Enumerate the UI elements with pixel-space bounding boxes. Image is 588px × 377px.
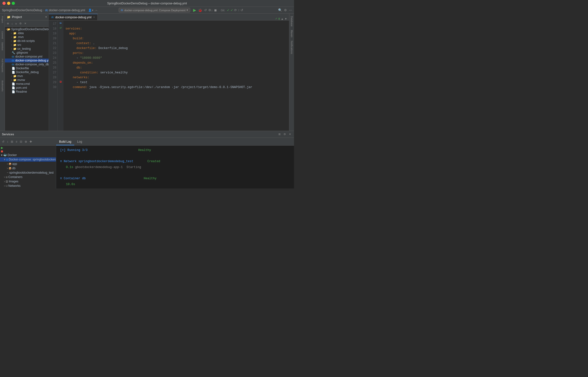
settings-panel-btn[interactable]: ⚙ (283, 132, 287, 136)
gutter-21 (58, 40, 63, 45)
filter-toolbar-btn[interactable]: ≡ (14, 22, 18, 26)
git-checkmark-icon[interactable]: ✓ (230, 8, 233, 12)
stardust-sidebar-label[interactable]: Stardust (1, 41, 4, 52)
close-panel-btn[interactable]: ✕ (288, 132, 292, 136)
gutter-23 (58, 50, 63, 55)
svc-volumes[interactable]: › 🗄 Volumes (0, 188, 56, 188)
svc-filter-btn[interactable]: ≡ (15, 140, 18, 144)
tree-db-init[interactable]: › 📁 db-init-scripts (5, 39, 49, 43)
tree-src[interactable]: › 📁 src (5, 43, 49, 47)
svc-app[interactable]: › 📦 app (0, 162, 56, 166)
tree-uxtesting[interactable]: › 📁 ux_testing (5, 47, 49, 51)
breadcrumb-file[interactable]: dc docker-compose-debug.yml (45, 9, 85, 12)
settings-toolbar-btn[interactable]: ⚙ (18, 22, 23, 26)
project-sidebar-label[interactable]: Project (1, 15, 4, 24)
log-container-db: ≡ Container db Healthy (60, 176, 290, 181)
sync-toolbar-btn[interactable]: ⊕ (6, 22, 10, 26)
folder-icon: 📁 (7, 15, 11, 19)
stop-icon[interactable]: ◼ (214, 8, 217, 12)
breadcrumb-project[interactable]: SpringBootDockerDemoDebug (2, 9, 42, 12)
gutter-18: ↺ (58, 25, 63, 30)
svc-containers[interactable]: › ⊞ Containers (0, 175, 56, 179)
git-check-icon[interactable]: ✓ (227, 8, 229, 12)
notifications-sidebar-label[interactable]: Notifications (290, 39, 294, 55)
svc-network-test[interactable]: ~ springbootdockerdemodebug_test (0, 170, 56, 175)
svc-stop[interactable] (0, 150, 56, 153)
log-running: [+] Running 3/3 Healthy (60, 148, 290, 153)
tree-mvn2[interactable]: › 📁 mvn (5, 74, 49, 78)
tree-idea[interactable]: › 📁 .idea (5, 31, 49, 35)
docker-icon: 🐳 (3, 153, 7, 157)
tree-pom[interactable]: 📄 pom.xml (5, 86, 49, 90)
git-undo-icon[interactable]: ↺ (240, 8, 243, 12)
network-icon: ~ (7, 171, 9, 174)
more-icon[interactable]: ⋯ (289, 8, 292, 12)
tab-close-icon[interactable]: ✕ (93, 16, 95, 19)
svc-docker[interactable]: ▾ 🐳 Docker (0, 153, 56, 157)
maximize-panel-btn[interactable]: ⊞ (277, 132, 282, 136)
back-icon[interactable]: ← (95, 9, 98, 12)
fold-down-icon[interactable]: ▼ (285, 17, 287, 20)
svc-collapse-btn[interactable]: ↕ (6, 140, 9, 144)
git-push-icon[interactable]: ↑ (238, 8, 239, 12)
svc-compose[interactable]: ▾ ⊞ Docker-compose: springbootdockerdemo… (0, 157, 56, 162)
run-button[interactable]: ▶ (193, 8, 196, 12)
gutter-30 (58, 84, 63, 89)
tree-docker-compose[interactable]: dc docker-compose.yml (5, 55, 49, 59)
main-area: Project Commit Stardust Pull Requests Bo… (0, 14, 294, 131)
settings-icon[interactable]: ⚙ (284, 8, 287, 12)
bookmarks-sidebar-label[interactable]: Bookmarks (1, 79, 4, 93)
tree-readme[interactable]: 📄 Readme (5, 90, 49, 94)
svc-images[interactable]: › 🖼 Images (0, 179, 56, 184)
tree-gitignore[interactable]: 🔧 .gitignore (5, 51, 49, 55)
line-badge: ✓ (275, 17, 277, 20)
commit-sidebar-label[interactable]: Commit (1, 30, 4, 40)
log-network-sub: 0.1s gbootdockerdemodebug-app-1 Starting (60, 165, 290, 170)
debug-icon[interactable]: 🐞 (198, 8, 202, 12)
tree-mvn[interactable]: › 📁 .mvn (5, 35, 49, 39)
svc-refresh-btn[interactable]: ↺ (1, 140, 5, 144)
tree-mvnw-cmd[interactable]: 📄 mvnw.cmd (5, 82, 49, 86)
search-icon[interactable]: 🔍 (278, 8, 282, 12)
minimize-button[interactable] (7, 2, 10, 5)
close-button[interactable] (2, 2, 6, 5)
svc-networks[interactable]: › ⛁ Networks (0, 184, 56, 188)
tree-dockerfile-debug[interactable]: 📄 Dockerfile_debug (5, 70, 49, 74)
gutter-19 (58, 30, 63, 35)
tree-docker-compose-debug[interactable]: dc docker-compose-debug.yml (5, 59, 49, 62)
editor-area: dc docker-compose-debug.yml ✕ ✓ 8 ▲ ▼ 17… (49, 14, 289, 131)
editor-tab-docker-compose-debug[interactable]: dc docker-compose-debug.yml ✕ (49, 14, 98, 20)
right-sidebar: Database Maven Notifications (289, 14, 294, 131)
db-arrow: › (7, 166, 8, 170)
collapse-toolbar-btn[interactable]: ↕ (11, 22, 14, 26)
log-tab[interactable]: Log (74, 139, 85, 145)
editor-content[interactable]: services: app: build: context: . dockerf… (63, 21, 289, 131)
build-log-tab[interactable]: Build Log (56, 139, 74, 145)
git-history-icon[interactable]: ⟳ (234, 8, 237, 12)
chevron-down-icon[interactable]: ▾ (45, 16, 47, 18)
svc-add-btn[interactable]: ✚ (29, 140, 33, 144)
fold-up-icon[interactable]: ▲ (281, 17, 284, 20)
pull-requests-sidebar-label[interactable]: Pull Requests (1, 57, 4, 74)
svc-db[interactable]: › 📦 db (0, 166, 56, 170)
database-sidebar-label[interactable]: Database (290, 15, 294, 28)
deploy-config[interactable]: dc docker-compose-debug.yml: Compose Dep… (119, 8, 190, 12)
tree-docker-compose-only-db[interactable]: dc docker-compose_only_db.yml (5, 62, 49, 66)
breadcrumb-bar: SpringBootDockerDemoDebug › dc docker-co… (0, 7, 294, 14)
svc-expand-btn[interactable]: ⊞ (10, 140, 14, 144)
maven-sidebar-label[interactable]: Maven (290, 29, 294, 39)
user-icon[interactable]: 👤▾ (88, 9, 93, 12)
reload-icon[interactable]: ↺ (204, 8, 207, 12)
tree-dockerfile[interactable]: 📄 Dockerfile (5, 66, 49, 70)
svc-filter3-btn[interactable]: ⊕ (24, 140, 28, 144)
svc-deploy-run[interactable]: ▶ (0, 146, 56, 150)
tree-root[interactable]: ▾ 📂 SpringBootDockerDemoDebug [demo] (5, 27, 49, 31)
svc-filter2-btn[interactable]: ⊟ (19, 140, 23, 144)
tree-mvnw[interactable]: › 📁 mvnw (5, 78, 49, 82)
log-container-app: ≡ Container springbootdockerdemodebug-ap… (60, 188, 290, 188)
maximize-button[interactable] (12, 2, 15, 5)
editor-header-right: ✓ 8 ▲ ▼ (275, 17, 289, 20)
settings-run-icon[interactable]: ⚙↓ (208, 8, 213, 12)
project-toolbar: ⊕ ↕ ≡ ⚙ ✕ (5, 21, 49, 27)
close-panel-btn[interactable]: ✕ (23, 22, 27, 26)
